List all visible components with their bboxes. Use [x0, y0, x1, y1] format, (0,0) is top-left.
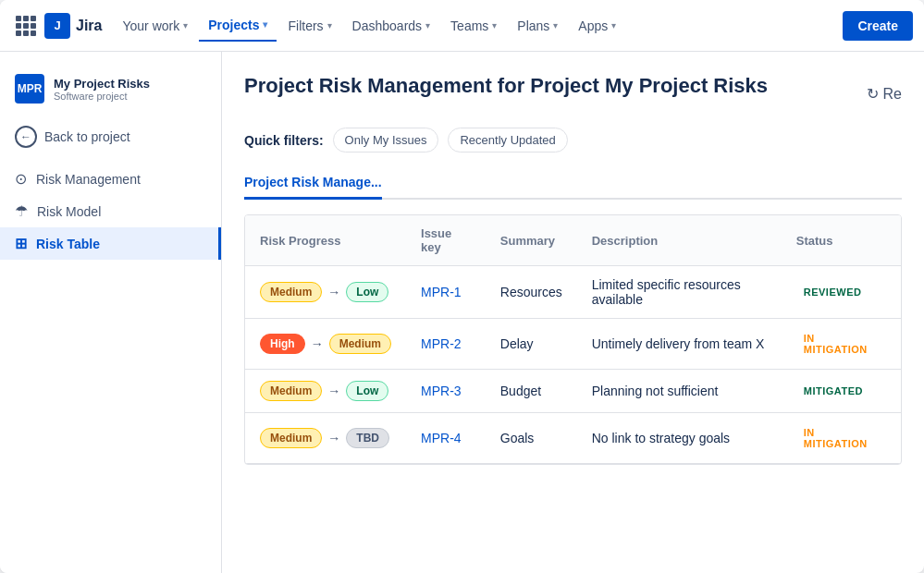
arrow-icon: → [327, 384, 340, 398]
summary-cell: Budget [486, 370, 577, 413]
jira-logo-icon: J [44, 13, 70, 39]
arrow-icon: → [311, 336, 324, 351]
risk-table: Risk Progress Issue key Summary Descript… [245, 215, 901, 464]
back-to-project-button[interactable]: ← Back to project [0, 118, 221, 155]
sidebar-project: MPR My Project Risks Software project [0, 67, 221, 111]
nav-apps[interactable]: Apps ▾ [569, 11, 625, 41]
risk-progress-cell: High → Medium [245, 319, 406, 370]
status-badge: MITIGATED [796, 383, 870, 399]
status-badge: IN MITIGATION [796, 424, 886, 452]
arrow-icon: → [327, 285, 340, 299]
status-cell: MITIGATED [782, 370, 901, 413]
only-my-issues-filter[interactable]: Only My Issues [333, 128, 439, 152]
grid-icon [16, 16, 36, 36]
table-row: Medium → Low MPR-1 Resources Limited spe… [245, 266, 901, 319]
summary-cell: Goals [486, 413, 577, 464]
chevron-down-icon: ▾ [492, 20, 497, 30]
summary-cell: Delay [486, 319, 577, 370]
to-risk-badge: Low [346, 282, 388, 302]
description-cell: Untimely delivery from team X [577, 319, 782, 370]
description-cell: Limited specific resources available [577, 266, 782, 319]
risk-progress-badges: Medium → TBD [260, 428, 391, 448]
nav-filters[interactable]: Filters ▾ [278, 11, 340, 41]
table-row: High → Medium MPR-2 Delay Untimely deliv… [245, 319, 901, 370]
status-badge: IN MITIGATION [796, 330, 886, 358]
page-title: Project Risk Management for Project My P… [244, 74, 768, 98]
grid-menu-button[interactable] [11, 11, 41, 41]
risk-progress-badges: Medium → Low [260, 282, 391, 302]
summary-cell: Resources [486, 266, 577, 319]
description-cell: Planning not sufficient [577, 370, 782, 413]
from-risk-badge: Medium [260, 282, 322, 302]
chevron-down-icon: ▾ [425, 20, 430, 30]
description-cell: No link to strategy goals [577, 413, 782, 464]
project-type: Software project [54, 91, 150, 102]
to-risk-badge: Low [346, 381, 388, 401]
risk-progress-cell: Medium → Low [245, 266, 406, 319]
nav-your-work[interactable]: Your work ▾ [113, 11, 197, 41]
status-badge: REVIEWED [796, 284, 869, 300]
status-cell: REVIEWED [782, 266, 901, 319]
sidebar-item-risk-table[interactable]: ⊞ Risk Table [0, 227, 221, 260]
umbrella-icon: ☂ [15, 202, 28, 220]
col-status: Status [782, 215, 901, 266]
tab-project-risk-manage[interactable]: Project Risk Manage... [244, 167, 382, 200]
sidebar: MPR My Project Risks Software project ← … [0, 52, 222, 573]
issue-key-link[interactable]: MPR-4 [421, 431, 462, 445]
col-risk-progress: Risk Progress [245, 215, 406, 266]
nav-teams[interactable]: Teams ▾ [441, 11, 506, 41]
project-icon: MPR [15, 74, 44, 104]
table-header-row: Risk Progress Issue key Summary Descript… [245, 215, 901, 266]
to-risk-badge: Medium [329, 334, 391, 354]
risk-progress-cell: Medium → TBD [245, 413, 406, 464]
chevron-down-icon: ▾ [611, 20, 616, 30]
sidebar-item-risk-model[interactable]: ☂ Risk Model [0, 195, 221, 227]
issue-key-link[interactable]: MPR-3 [421, 384, 462, 398]
issue-key-link[interactable]: MPR-1 [421, 285, 462, 299]
project-name: My Project Risks [54, 77, 150, 91]
chevron-down-icon: ▾ [183, 20, 188, 30]
risk-progress-cell: Medium → Low [245, 370, 406, 413]
from-risk-badge: Medium [260, 381, 322, 401]
status-cell: IN MITIGATION [782, 413, 901, 464]
table-icon: ⊞ [15, 235, 27, 252]
to-risk-badge: TBD [346, 428, 389, 448]
col-summary: Summary [486, 215, 577, 266]
col-issue-key: Issue key [406, 215, 486, 266]
nav-projects[interactable]: Projects ▾ [199, 10, 277, 42]
chevron-down-icon: ▾ [263, 19, 267, 30]
recently-updated-filter[interactable]: Recently Updated [448, 128, 567, 152]
jira-logo[interactable]: J Jira [44, 13, 102, 39]
tabs: Project Risk Manage... [244, 167, 902, 200]
chevron-down-icon: ▾ [553, 20, 558, 30]
issue-key-cell: MPR-1 [406, 266, 486, 319]
risk-progress-badges: Medium → Low [260, 381, 391, 401]
chevron-down-icon: ▾ [327, 20, 332, 30]
risk-progress-badges: High → Medium [260, 334, 391, 354]
nav-dashboards[interactable]: Dashboards ▾ [343, 11, 440, 41]
risk-table-wrapper: Risk Progress Issue key Summary Descript… [244, 214, 902, 465]
main-content: Project Risk Management for Project My P… [222, 52, 924, 573]
refresh-icon[interactable]: ↻ Re [867, 85, 902, 103]
quick-filters-label: Quick filters: [244, 133, 324, 148]
issue-key-cell: MPR-3 [406, 370, 486, 413]
col-description: Description [577, 215, 782, 266]
top-navigation: J Jira Your work ▾ Projects ▾ Filters ▾ … [0, 0, 924, 52]
arrow-icon: → [327, 431, 340, 445]
table-row: Medium → TBD MPR-4 Goals No link to stra… [245, 413, 901, 464]
issue-key-cell: MPR-4 [406, 413, 486, 464]
from-risk-badge: Medium [260, 428, 322, 448]
nav-plans[interactable]: Plans ▾ [508, 11, 567, 41]
table-row: Medium → Low MPR-3 Budget Planning not s… [245, 370, 901, 413]
quick-filters: Quick filters: Only My Issues Recently U… [244, 128, 902, 152]
back-arrow-icon: ← [15, 126, 37, 148]
jira-logo-text: Jira [76, 18, 102, 34]
main-area: MPR My Project Risks Software project ← … [0, 52, 924, 573]
ring-icon: ⊙ [15, 170, 27, 188]
status-cell: IN MITIGATION [782, 319, 901, 370]
create-button[interactable]: Create [843, 11, 913, 41]
nav-items: Your work ▾ Projects ▾ Filters ▾ Dashboa… [113, 10, 839, 42]
from-risk-badge: High [260, 334, 305, 354]
issue-key-link[interactable]: MPR-2 [421, 336, 462, 351]
sidebar-item-risk-management[interactable]: ⊙ Risk Management [0, 163, 221, 195]
